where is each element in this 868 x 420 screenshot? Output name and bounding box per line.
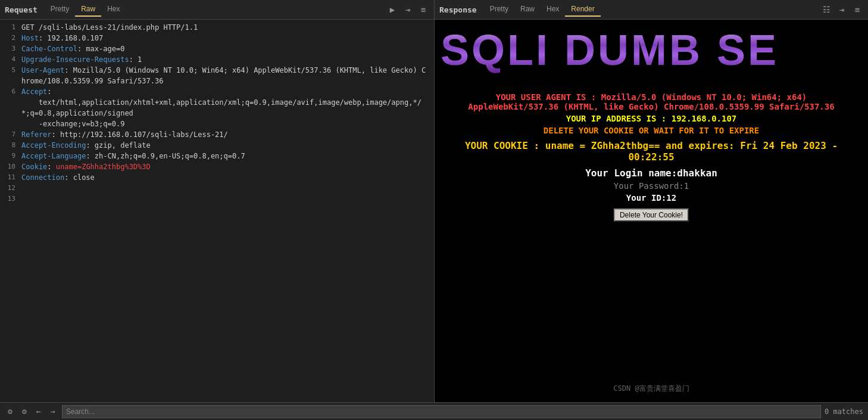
response-header: Response Pretty Raw Hex Render ☷ ⇥ ≡: [435, 0, 868, 20]
grid-icon[interactable]: ☷: [820, 4, 832, 15]
line-3: 3 Cache-Control: max-age=0: [0, 43, 434, 54]
password-line: Your Password:1: [452, 181, 850, 191]
back-icon[interactable]: ←: [33, 406, 44, 417]
request-content: 1 GET /sqli-labs/Less-21/index.php HTTP/…: [0, 20, 434, 402]
matches-text: 0 matches: [825, 407, 863, 416]
response-tabs: Pretty Raw Hex Render: [484, 2, 601, 17]
line-10: 10 Cookie: uname=ZGhha2thbg%3D%3D: [0, 161, 434, 172]
tab-raw-response[interactable]: Raw: [514, 2, 541, 17]
request-panel: Request Pretty Raw Hex ▶ ⇥ ≡ 1 GET /sqli…: [0, 0, 435, 402]
ip-line: YOUR IP ADDRESS IS : 192.168.0.107: [452, 114, 850, 123]
response-panel: Response Pretty Raw Hex Render ☷ ⇥ ≡ SQL…: [435, 0, 868, 402]
wrap-icon[interactable]: ⇥: [402, 4, 414, 15]
tab-hex-response[interactable]: Hex: [541, 2, 565, 17]
sqli-title-row: SQLI DUMB SE: [441, 26, 862, 86]
line-11: 11 Connection: close: [0, 172, 434, 183]
line-6: 6 Accept: text/html,application/xhtml+xm…: [0, 86, 434, 129]
render-content: SQLI DUMB SE YOUR USER AGENT IS : Mozill…: [435, 20, 868, 402]
forward-icon[interactable]: →: [48, 406, 58, 417]
delete-cookie-button[interactable]: Delete Your Cookie!: [614, 209, 689, 222]
line-12: 12: [0, 183, 434, 194]
line-8: 8 Accept-Encoding: gzip, deflate: [0, 140, 434, 151]
id-line: Your ID:12: [452, 193, 850, 203]
request-actions: ▶ ⇥ ≡: [386, 4, 429, 15]
line-9: 9 Accept-Language: zh-CN,zh;q=0.9,en-US;…: [0, 151, 434, 161]
response-title: Response: [439, 5, 477, 14]
line-1: 1 GET /sqli-labs/Less-21/index.php HTTP/…: [0, 22, 434, 33]
watermark: CSDN @富贵满堂喜盈门: [607, 381, 695, 396]
line-13: 13: [0, 194, 434, 204]
bottom-bar: ⚙ ⚙ ← → 0 matches: [0, 402, 868, 420]
tab-hex-request[interactable]: Hex: [101, 2, 126, 17]
menu-icon[interactable]: ≡: [417, 4, 429, 15]
line-2: 2 Host: 192.168.0.107: [0, 33, 434, 43]
login-name: Your Login name:dhakkan: [452, 167, 850, 179]
request-tabs: Pretty Raw Hex: [45, 2, 126, 17]
response-actions: ☷ ⇥ ≡: [820, 4, 863, 15]
user-agent-line: YOUR USER AGENT IS : Mozilla/5.0 (Window…: [452, 92, 850, 111]
wrap-icon-response[interactable]: ⇥: [836, 4, 848, 15]
cookie-info: YOUR COOKIE : uname = ZGhha2thbg== and e…: [452, 140, 850, 163]
delete-cookie-msg: DELETE YOUR COOKIE OR WAIT FOR IT TO EXP…: [452, 126, 850, 135]
gear-small-icon[interactable]: ⚙: [19, 406, 30, 417]
line-4: 4 Upgrade-Insecure-Requests: 1: [0, 54, 434, 65]
chat-icon[interactable]: ▶: [386, 4, 398, 15]
tab-pretty-response[interactable]: Pretty: [484, 2, 514, 17]
line-7: 7 Referer: http://192.168.0.107/sqli-lab…: [0, 129, 434, 140]
menu-icon-response[interactable]: ≡: [851, 4, 863, 15]
user-agent-label: YOUR USER AGENT IS :: [496, 92, 597, 102]
search-input[interactable]: [62, 405, 821, 418]
request-title: Request: [5, 5, 38, 14]
tab-render-response[interactable]: Render: [565, 2, 600, 17]
info-block: YOUR USER AGENT IS : Mozilla/5.0 (Window…: [441, 86, 862, 228]
line-5: 5 User-Agent: Mozilla/5.0 (Windows NT 10…: [0, 65, 434, 86]
tab-raw-request[interactable]: Raw: [75, 2, 101, 17]
tab-pretty-request[interactable]: Pretty: [45, 2, 75, 17]
request-header: Request Pretty Raw Hex ▶ ⇥ ≡: [0, 0, 434, 20]
sqli-title: SQLI DUMB SE: [441, 26, 862, 74]
settings-icon[interactable]: ⚙: [5, 406, 15, 417]
